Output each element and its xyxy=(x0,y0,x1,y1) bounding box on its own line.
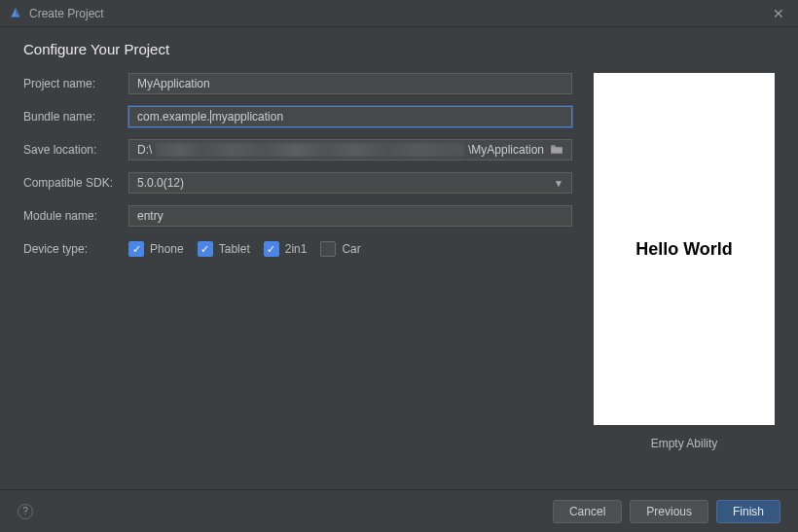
bundle-name-input[interactable]: com.example.myapplication xyxy=(128,106,572,127)
device-type-label: Device type: xyxy=(23,242,128,256)
module-name-input[interactable]: entry xyxy=(128,205,572,227)
project-name-input[interactable]: MyApplication xyxy=(128,73,572,94)
preview-caption: Empty Ability xyxy=(651,437,718,450)
obscured-path xyxy=(156,143,464,157)
device-type-group: ✓ Phone ✓ Tablet ✓ 2in1 Car xyxy=(128,241,361,257)
previous-button[interactable]: Previous xyxy=(630,500,708,523)
device-car-checkbox[interactable]: Car xyxy=(320,241,360,257)
checkbox-box: ✓ xyxy=(264,241,279,257)
cancel-button[interactable]: Cancel xyxy=(553,500,622,523)
preview-column: Hello World Empty Ability xyxy=(594,73,775,450)
page-title: Configure Your Project xyxy=(23,41,775,57)
save-location-input[interactable]: D:\ \MyApplication xyxy=(128,139,572,160)
titlebar: Create Project ✕ xyxy=(0,0,798,27)
checkbox-box xyxy=(320,241,336,257)
help-icon[interactable]: ? xyxy=(18,504,33,519)
device-tablet-checkbox[interactable]: ✓ Tablet xyxy=(198,241,250,257)
bundle-name-label: Bundle name: xyxy=(23,110,128,124)
device-phone-checkbox[interactable]: ✓ Phone xyxy=(128,241,184,257)
chevron-down-icon: ▼ xyxy=(554,178,563,189)
app-icon xyxy=(8,6,23,21)
footer: ? Cancel Previous Finish xyxy=(0,489,798,532)
module-name-label: Module name: xyxy=(23,209,128,223)
finish-button[interactable]: Finish xyxy=(716,500,780,523)
browse-folder-icon[interactable] xyxy=(550,143,563,158)
close-button[interactable]: ✕ xyxy=(767,4,790,23)
check-icon: ✓ xyxy=(132,244,141,255)
preview-text: Hello World xyxy=(635,239,733,260)
save-location-label: Save location: xyxy=(23,143,128,157)
form-column: Project name: MyApplication Bundle name:… xyxy=(23,73,572,450)
window-title: Create Project xyxy=(29,7,767,20)
check-icon: ✓ xyxy=(267,244,275,255)
checkbox-box: ✓ xyxy=(128,241,144,257)
compatible-sdk-label: Compatible SDK: xyxy=(23,176,128,190)
preview-canvas: Hello World xyxy=(594,73,775,425)
project-name-label: Project name: xyxy=(23,77,128,90)
device-2in1-checkbox[interactable]: ✓ 2in1 xyxy=(264,241,308,257)
checkbox-box: ✓ xyxy=(198,241,213,257)
compatible-sdk-select[interactable]: 5.0.0(12) ▼ xyxy=(128,172,572,194)
check-icon: ✓ xyxy=(200,244,209,255)
